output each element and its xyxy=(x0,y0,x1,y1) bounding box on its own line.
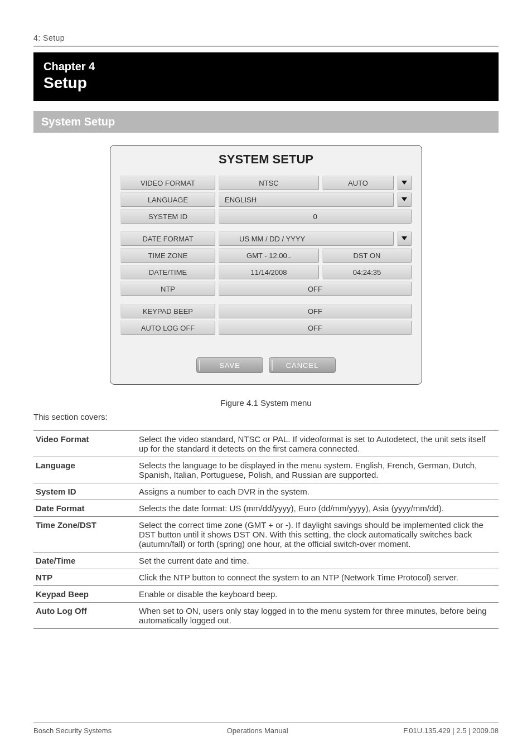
table-row: NTPClick the NTP button to connect the s… xyxy=(33,569,499,586)
definition-term: System ID xyxy=(33,483,137,500)
svg-marker-2 xyxy=(402,236,407,240)
date-format-dropdown-button[interactable] xyxy=(397,231,412,246)
table-row: Time Zone/DSTSelect the correct time zon… xyxy=(33,517,499,553)
settings-group-general: VIDEO FORMAT NTSC AUTO LANGUAGE ENGLISH … xyxy=(120,176,412,224)
table-row: System IDAssigns a number to each DVR in… xyxy=(33,483,499,500)
page-footer: Bosch Security Systems Operations Manual… xyxy=(33,723,499,735)
definition-description: Click the NTP button to connect the syst… xyxy=(137,569,499,586)
definition-term: Date Format xyxy=(33,500,137,517)
definition-description: Assigns a number to each DVR in the syst… xyxy=(137,483,499,500)
definition-term: Auto Log Off xyxy=(33,603,137,629)
value-date[interactable]: 11/14/2008 xyxy=(219,265,319,279)
footer-right: F.01U.135.429 | 2.5 | 2009.08 xyxy=(403,726,499,735)
system-setup-dialog: SYSTEM SETUP VIDEO FORMAT NTSC AUTO LANG… xyxy=(110,145,422,385)
table-row: Date/TimeSet the current date and time. xyxy=(33,553,499,569)
definition-term: NTP xyxy=(33,569,137,586)
save-button[interactable]: SAVE xyxy=(196,357,263,373)
settings-group-datetime: DATE FORMAT US MM / DD / YYYY TIME ZONE … xyxy=(120,231,412,296)
chevron-down-icon xyxy=(402,236,407,241)
label-video-format: VIDEO FORMAT xyxy=(120,176,215,190)
value-time-zone-gmt[interactable]: GMT - 12.00.. xyxy=(219,248,319,263)
footer-center: Operations Manual xyxy=(227,726,288,735)
intro-text: This section covers: xyxy=(33,412,499,421)
table-row: Video FormatSelect the video standard, N… xyxy=(33,431,499,457)
value-language[interactable]: ENGLISH xyxy=(219,192,394,207)
page-header-label: 4: Setup xyxy=(33,33,499,42)
definition-description: Enable or disable the keyboard beep. xyxy=(137,586,499,603)
chapter-kicker: Chapter 4 xyxy=(43,60,489,73)
chevron-down-icon xyxy=(402,197,407,202)
value-time-zone-dst[interactable]: DST ON xyxy=(322,248,412,263)
table-row: Keypad BeepEnable or disable the keyboar… xyxy=(33,586,499,603)
definition-term: Language xyxy=(33,457,137,483)
definition-term: Date/Time xyxy=(33,553,137,569)
figure-caption: Figure 4.1 System menu xyxy=(33,398,499,408)
definition-term: Video Format xyxy=(33,431,137,457)
label-auto-log-off: AUTO LOG OFF xyxy=(120,321,215,335)
label-date-time: DATE/TIME xyxy=(120,265,215,279)
label-date-format: DATE FORMAT xyxy=(120,231,215,246)
section-title-bar: System Setup xyxy=(33,111,499,133)
chapter-block: Chapter 4 Setup xyxy=(33,52,499,101)
chapter-heading: Setup xyxy=(43,74,489,92)
cancel-button[interactable]: CANCEL xyxy=(269,357,336,373)
language-dropdown-button[interactable] xyxy=(397,192,412,207)
label-time-zone: TIME ZONE xyxy=(120,248,215,263)
definition-description: Selects the language to be displayed in … xyxy=(137,457,499,483)
top-rule xyxy=(33,46,499,47)
dialog-title: SYSTEM SETUP xyxy=(120,152,412,167)
definition-description: Select the correct time zone (GMT + or -… xyxy=(137,517,499,553)
svg-marker-0 xyxy=(402,181,407,185)
video-format-dropdown-button[interactable] xyxy=(397,176,412,190)
table-row: Auto Log OffWhen set to ON, users only s… xyxy=(33,603,499,629)
definition-term: Keypad Beep xyxy=(33,586,137,603)
value-date-format[interactable]: US MM / DD / YYYY xyxy=(219,231,394,246)
value-auto-log-off[interactable]: OFF xyxy=(219,321,412,335)
chevron-down-icon xyxy=(402,181,407,185)
definition-description: When set to ON, users only stay logged i… xyxy=(137,603,499,629)
definitions-table: Video FormatSelect the video standard, N… xyxy=(33,430,499,629)
value-ntp[interactable]: OFF xyxy=(219,282,412,296)
definition-description: Set the current date and time. xyxy=(137,553,499,569)
label-system-id: SYSTEM ID xyxy=(120,209,215,224)
definition-description: Selects the date format: US (mm/dd/yyyy)… xyxy=(137,500,499,517)
table-row: LanguageSelects the language to be displ… xyxy=(33,457,499,483)
svg-marker-1 xyxy=(402,197,407,201)
table-row: Date FormatSelects the date format: US (… xyxy=(33,500,499,517)
value-video-format-standard[interactable]: NTSC xyxy=(219,176,319,190)
footer-left: Bosch Security Systems xyxy=(33,726,112,735)
definition-term: Time Zone/DST xyxy=(33,517,137,553)
label-keypad-beep: KEYPAD BEEP xyxy=(120,304,215,318)
label-ntp: NTP xyxy=(120,282,215,296)
value-time[interactable]: 04:24:35 xyxy=(322,265,412,279)
value-video-format-detect[interactable]: AUTO xyxy=(322,176,394,190)
definition-description: Select the video standard, NTSC or PAL. … xyxy=(137,431,499,457)
value-system-id[interactable]: 0 xyxy=(219,209,412,224)
value-keypad-beep[interactable]: OFF xyxy=(219,304,412,318)
label-language: LANGUAGE xyxy=(120,192,215,207)
settings-group-misc: KEYPAD BEEP OFF AUTO LOG OFF OFF xyxy=(120,304,412,335)
